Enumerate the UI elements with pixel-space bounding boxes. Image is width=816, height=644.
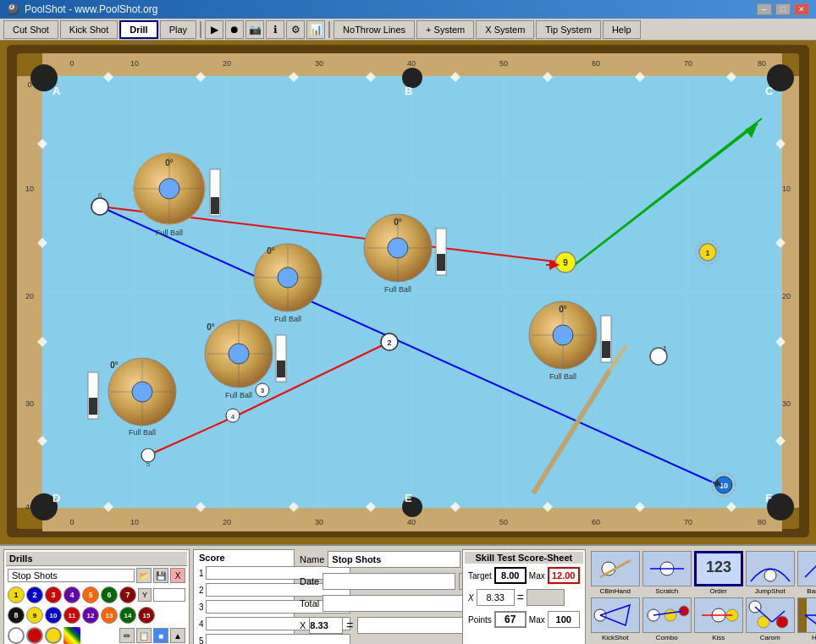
drill-up-button[interactable]: ▲ [170,628,185,643]
shot-scratch[interactable]: Scratch [642,551,692,595]
total-input[interactable] [323,595,467,612]
shot-kickshot[interactable]: KickShot [591,597,640,641]
nothrowlines-button[interactable]: NoThrow Lines [334,20,415,39]
svg-text:D: D [52,492,60,504]
score-row-4: 4 [197,616,290,631]
ball-14[interactable]: 14 [119,607,136,624]
target-value: 8.00 [494,567,527,584]
svg-text:Full Ball: Full Ball [274,315,301,323]
svg-text:1: 1 [663,344,667,353]
white-ball[interactable] [8,627,25,644]
svg-text:B: B [405,85,412,97]
help-button[interactable]: Help [603,20,641,39]
minimize-button[interactable]: ─ [757,3,772,15]
shot-order[interactable]: 123 Order [694,551,743,595]
shot-kiss[interactable]: Kiss [694,597,743,641]
shot-combo[interactable]: Combo [642,597,692,641]
drills-panel: Drills 📂 💾 X 1 2 3 4 5 6 7 Y 8 [3,549,190,644]
svg-text:Full Ball: Full Ball [156,228,183,237]
extra-row: ✏ 📋 ■ ▲ [8,627,185,644]
ball-12[interactable]: 12 [82,607,99,624]
plussystem-button[interactable]: + System [416,20,474,39]
shot-bankshot[interactable]: BankShot [797,551,816,595]
x-label: X [300,620,306,630]
yellow-ball[interactable] [45,627,62,644]
shot-hitrail[interactable]: HitRail [797,597,816,641]
y-input[interactable] [153,588,185,602]
ball-6[interactable]: 6 [101,586,118,603]
score-row-5: 5 [197,633,290,644]
skill-target-row: Target 8.00 Max 12.00 [465,565,583,586]
svg-text:20: 20 [25,292,34,300]
svg-point-167 [764,570,776,581]
drills-content: 📂 💾 X 1 2 3 4 5 6 7 Y 8 9 10 11 [6,566,187,644]
x-value-input[interactable] [309,617,343,634]
name-input[interactable] [328,551,460,568]
total-row: Total Average [300,595,457,612]
namedate-panel: Name Date Clear ↺ Total Average X = [298,549,459,644]
kickshot-label: KickShot [602,634,629,641]
rainbow-button[interactable] [63,627,80,644]
ball-10[interactable]: 10 [45,607,62,624]
drill-name-input[interactable] [8,569,135,582]
info-icon-button[interactable]: ℹ [266,20,284,39]
ball-7[interactable]: 7 [119,586,136,603]
drill-button[interactable]: Drill [119,20,157,39]
ball-3[interactable]: 3 [45,586,62,603]
ball-11[interactable]: 11 [63,607,80,624]
ball-8[interactable]: 8 [8,607,25,624]
ball-13[interactable]: 13 [101,607,118,624]
ball-2[interactable]: 2 [26,586,43,603]
date-input[interactable] [323,573,455,590]
score-row-2: 2 [197,582,290,597]
tipsystem-button[interactable]: Tip System [536,20,601,39]
titlebar: 🎱 PoolShot - www.PoolShot.org ─ □ ✕ [0,0,816,19]
shot-carom[interactable]: Carom [746,597,795,641]
play-icon-button[interactable]: ▶ [205,20,223,39]
jumpshot-label: JumpShot [755,587,786,595]
camera-icon-button[interactable]: 📷 [245,20,264,39]
svg-text:0: 0 [69,59,74,68]
drill-save-button[interactable]: 💾 [153,568,168,583]
drill-edit-button[interactable]: ✏ [119,628,135,643]
red-ball[interactable] [26,627,43,644]
ball-1[interactable]: 1 [8,586,25,603]
drill-x-button[interactable]: X [170,568,185,583]
svg-text:50: 50 [499,59,508,68]
ball-15[interactable]: 15 [138,607,155,624]
record-icon-button[interactable]: ⏺ [225,20,244,39]
svg-text:20: 20 [223,518,231,526]
settings-icon-button[interactable]: ⚙ [286,20,305,39]
play-button[interactable]: Play [160,20,196,39]
svg-text:40: 40 [407,59,416,68]
ball-5[interactable]: 5 [82,586,99,603]
drill-open-button[interactable]: 📂 [136,568,152,583]
points-label: Points [468,615,492,625]
table-area: 0 10 20 30 40 50 60 70 80 0 10 20 30 40 … [0,41,816,544]
skill-title: Skill Test Score-Sheet [465,552,583,564]
svg-rect-97 [211,197,219,214]
svg-text:0°: 0° [110,361,119,370]
drill-color-button[interactable]: ■ [153,628,168,643]
svg-text:30: 30 [315,59,323,68]
svg-text:50: 50 [499,518,508,526]
xsystem-button[interactable]: X System [476,20,534,39]
svg-point-178 [776,616,788,628]
cbinhand-label: CBinHand [599,587,630,595]
combo-label: Combo [656,634,678,641]
maximize-button[interactable]: □ [775,3,791,15]
points-max-label: Max [529,615,545,625]
svg-text:Full Ball: Full Ball [549,372,576,381]
close-button[interactable]: ✕ [794,3,809,15]
y-button[interactable]: Y [138,588,152,602]
ball-9[interactable]: 9 [26,607,43,624]
kickshot-button[interactable]: Kick Shot [60,20,118,39]
cutshot-button[interactable]: Cut Shot [3,20,58,39]
skill-x-label: X [468,593,474,603]
drill-copy-button[interactable]: 📋 [136,628,152,643]
chart-icon-button[interactable]: 📊 [306,20,325,39]
shot-cbinhand[interactable]: CBinHand [591,551,640,595]
svg-point-123 [388,238,408,258]
ball-4[interactable]: 4 [63,586,80,603]
shot-jumpshot[interactable]: JumpShot [746,551,795,595]
